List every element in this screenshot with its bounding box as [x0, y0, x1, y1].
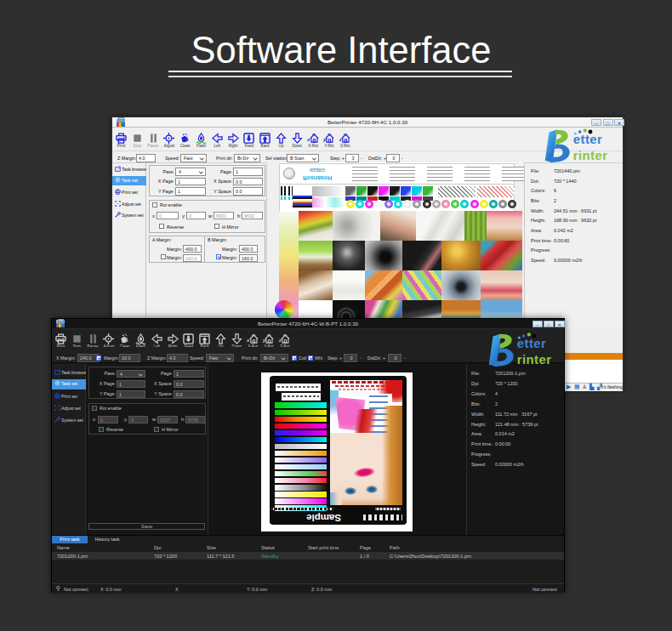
svg-text:etter: etter — [573, 132, 603, 146]
svg-text:etter: etter — [517, 335, 547, 350]
svg-text:rinter: rinter — [573, 148, 608, 162]
svg-text:rinter: rinter — [517, 351, 552, 366]
